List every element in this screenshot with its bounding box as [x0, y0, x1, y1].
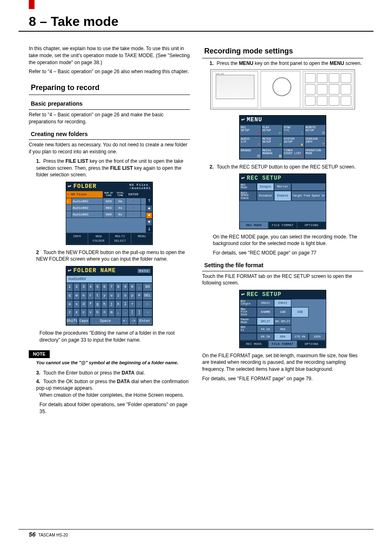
option-button[interactable]: SPLIT [257, 317, 274, 325]
key[interactable]: _ [136, 283, 143, 291]
key[interactable]: 8 [115, 283, 122, 291]
option-button[interactable]: 16bit [257, 299, 274, 307]
key[interactable]: ] [136, 308, 143, 317]
tab-rec-mode[interactable]: REC MODE [240, 222, 268, 229]
space-key[interactable]: Space [90, 317, 121, 326]
key[interactable]: 0 [129, 283, 136, 291]
menu-button[interactable]: MENU [131, 233, 153, 244]
enter-button[interactable]: ENTER [128, 192, 138, 197]
key[interactable]: h [101, 300, 108, 309]
back-arrow-icon[interactable]: ↩ [241, 116, 245, 124]
left-key[interactable]: <- [121, 317, 129, 326]
option-button[interactable]: 176.4k [291, 333, 309, 340]
option-button[interactable]: 640MB [257, 307, 274, 318]
key[interactable]: 1 [66, 283, 73, 291]
key[interactable]: 7 [108, 283, 115, 291]
key[interactable]: t [94, 291, 101, 300]
option-button[interactable]: 44.1k [257, 325, 274, 333]
key[interactable]: d [80, 300, 87, 309]
folder-item[interactable]: Audio003 [72, 211, 103, 217]
key[interactable]: → [143, 308, 152, 317]
key[interactable]: z [66, 308, 73, 317]
key[interactable]: f [87, 300, 94, 309]
key[interactable]: g [94, 300, 101, 309]
enter-arrow-icon[interactable]: ➡ [126, 211, 141, 217]
tab-options[interactable]: OPTIONS [297, 222, 326, 229]
folder-item[interactable]: Audio001 [72, 198, 103, 204]
back-arrow-icon[interactable]: ↩ [241, 174, 245, 183]
key[interactable]: x [73, 308, 80, 317]
menu-item[interactable]: RECSETUP● [240, 125, 261, 136]
menu-item[interactable]: OPERATIONMODE [304, 148, 326, 159]
folder-item[interactable]: Audio002 [72, 205, 103, 211]
tab-file-format[interactable]: FILE FORMAT [268, 222, 297, 229]
tab-options[interactable]: OPTIONS [297, 340, 326, 347]
menu-item[interactable]: TIMEREVENT LIST◷ [283, 148, 304, 159]
key[interactable]: a [66, 300, 73, 309]
key[interactable]: 4 [87, 283, 94, 291]
key[interactable]: BS [143, 283, 152, 291]
key[interactable]: # [136, 291, 143, 300]
menu-item[interactable]: BROWSE▤ [240, 148, 261, 159]
option-button[interactable]: 192k [309, 333, 326, 340]
menu-item[interactable]: PLAYSETUP▶ [261, 125, 283, 136]
key[interactable]: j [108, 300, 115, 309]
menu-item[interactable]: SYSTEMSETUP♟ [283, 136, 304, 148]
key[interactable]: 9 [122, 283, 129, 291]
key[interactable]: i [115, 291, 122, 300]
key[interactable]: e [80, 291, 87, 300]
option-button[interactable]: 48k [274, 325, 291, 333]
key[interactable]: u [108, 291, 115, 300]
shift-key[interactable]: Shift [66, 317, 78, 326]
back-arrow-icon[interactable]: ↩ [241, 291, 245, 299]
option-button[interactable]: Enable [274, 191, 291, 201]
option-button[interactable]: 1GB [274, 307, 291, 318]
key[interactable]: ← [143, 300, 152, 309]
option-button[interactable]: Disable [257, 191, 274, 201]
key[interactable]: , [115, 308, 122, 317]
key[interactable]: m [108, 308, 115, 317]
key[interactable]: l [122, 300, 129, 309]
menu-item[interactable]: SYNCT/C⟊ [283, 125, 304, 136]
info-button[interactable]: INFO [66, 233, 88, 244]
enter-arrow-icon[interactable]: ➡ [126, 205, 141, 211]
option-button[interactable]: 96k [274, 333, 291, 340]
option-button[interactable]: 88.2k [257, 333, 274, 340]
option-button[interactable]: Mirror [274, 183, 291, 191]
key[interactable]: n [101, 308, 108, 317]
menu-item[interactable]: VERSIONINFO? [304, 136, 326, 148]
scrollbar[interactable]: ⤒ ▲ ● ▼ ⤓ [146, 198, 152, 233]
key[interactable]: . [122, 308, 129, 317]
key[interactable]: 2 [73, 283, 80, 291]
key[interactable]: DEL [143, 291, 152, 300]
caps-key[interactable]: Caps [78, 317, 90, 326]
option-button[interactable]: Single [257, 183, 274, 191]
back-arrow-icon[interactable]: ↩ [68, 267, 71, 275]
key[interactable]: p [129, 291, 136, 300]
date-button[interactable]: Date [137, 268, 151, 273]
new-folder-button[interactable]: NEW FOLDER [88, 233, 110, 244]
key[interactable]: 6 [101, 283, 108, 291]
key[interactable]: r [87, 291, 94, 300]
right-key[interactable]: -> [129, 317, 137, 326]
key[interactable]: 3 [80, 283, 87, 291]
key[interactable]: o [122, 291, 129, 300]
key[interactable]: y [101, 291, 108, 300]
key[interactable]: v [87, 308, 94, 317]
key[interactable]: c [80, 308, 87, 317]
key[interactable]: + [129, 300, 136, 309]
option-button[interactable]: 24bit [274, 299, 291, 307]
multi-select-button[interactable]: MULTI SELECT [109, 233, 131, 244]
enter-key[interactable]: Enter [137, 317, 152, 326]
key[interactable]: s [73, 300, 80, 309]
key[interactable]: b [94, 308, 101, 317]
name-input[interactable]: Audio004 [66, 275, 152, 283]
menu-item[interactable]: REMOTESETUP⌀ [304, 125, 326, 136]
back-arrow-icon[interactable]: ↩ [68, 183, 71, 191]
option-button[interactable]: NO SPLIT [274, 317, 291, 325]
option-button[interactable]: 2GB [291, 307, 309, 318]
tab-file-format[interactable]: FILE FORMAT [268, 340, 297, 347]
menu-item[interactable]: METERSETUP▮ [261, 136, 283, 148]
key[interactable]: q [66, 291, 73, 300]
key[interactable]: [ [129, 308, 136, 317]
